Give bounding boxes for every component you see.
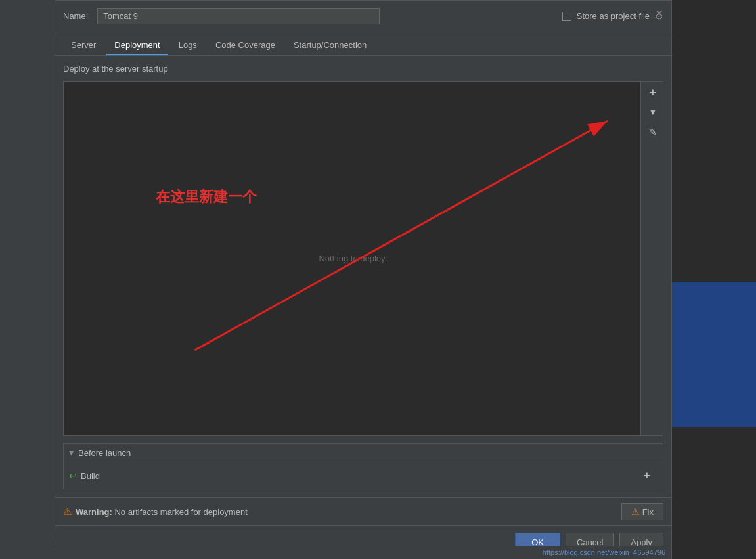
- warning-left: ⚠ Warning: No artifacts marked for deplo…: [63, 506, 248, 518]
- deploy-wrapper: Nothing to deploy 在这里新建一个: [63, 81, 663, 436]
- warning-bar: ⚠ Warning: No artifacts marked for deplo…: [55, 497, 671, 525]
- nothing-to-deploy-text: Nothing to deploy: [319, 254, 385, 263]
- bg-right-blue-panel: [671, 282, 756, 427]
- before-launch-header: ▶ Before launch: [64, 444, 663, 462]
- build-item: ↩ Build: [69, 470, 100, 481]
- add-deploy-button[interactable]: +: [642, 83, 663, 102]
- warning-bold: Warning:: [76, 507, 112, 517]
- annotation-text: 在这里新建一个: [156, 187, 257, 207]
- bg-right-panel: [671, 0, 756, 559]
- tab-deployment[interactable]: Deployment: [106, 36, 167, 55]
- build-icon: ↩: [69, 470, 77, 481]
- deploy-area: Nothing to deploy 在这里新建一个: [63, 81, 641, 436]
- tabs-bar: Server Deployment Logs Code Coverage Sta…: [55, 32, 671, 56]
- title-right: Store as project file ⚙: [562, 11, 663, 22]
- name-input[interactable]: [97, 8, 380, 24]
- warning-detail: No artifacts marked for deployment: [112, 507, 248, 517]
- deploy-section-label: Deploy at the server startup: [63, 64, 663, 74]
- store-project-file-label[interactable]: Store as project file: [577, 11, 650, 21]
- warning-text: Warning: No artifacts marked for deploym…: [76, 507, 248, 517]
- store-project-file-checkbox[interactable]: [562, 12, 571, 21]
- add-before-launch-button[interactable]: +: [636, 466, 657, 485]
- fix-icon: ⚠: [631, 506, 640, 517]
- tab-code-coverage[interactable]: Code Coverage: [208, 36, 283, 55]
- tab-logs[interactable]: Logs: [171, 36, 205, 55]
- name-label: Name:: [63, 11, 88, 21]
- tab-startup-connection[interactable]: Startup/Connection: [286, 36, 374, 55]
- before-launch-label: Before launch: [78, 448, 131, 458]
- fix-button[interactable]: ⚠ Fix: [621, 503, 663, 520]
- edit-deploy-button[interactable]: ✎: [642, 123, 663, 141]
- title-left: Name:: [63, 8, 380, 24]
- before-launch-section: ▶ Before launch ↩ Build +: [63, 443, 663, 489]
- title-bar: Name: Store as project file ⚙: [55, 1, 671, 32]
- svg-line-1: [195, 121, 608, 350]
- close-button[interactable]: ✕: [655, 7, 663, 20]
- deploy-right-toolbar: + ▼ ✎: [641, 81, 663, 436]
- run-configuration-dialog: Name: Store as project file ⚙ ✕ Server D…: [55, 0, 672, 559]
- tab-server[interactable]: Server: [63, 36, 104, 55]
- url-bar: https://blog.csdn.net/weixin_46594796: [55, 546, 671, 559]
- fix-label: Fix: [642, 507, 654, 517]
- build-label: Build: [81, 471, 100, 481]
- move-down-button[interactable]: ▼: [642, 103, 663, 122]
- warning-icon: ⚠: [63, 506, 72, 518]
- collapse-triangle-icon[interactable]: ▶: [68, 451, 76, 456]
- before-launch-row: ↩ Build +: [64, 462, 663, 489]
- bg-left-panel: [0, 0, 55, 559]
- main-content: Deploy at the server startup Nothing to …: [55, 56, 671, 497]
